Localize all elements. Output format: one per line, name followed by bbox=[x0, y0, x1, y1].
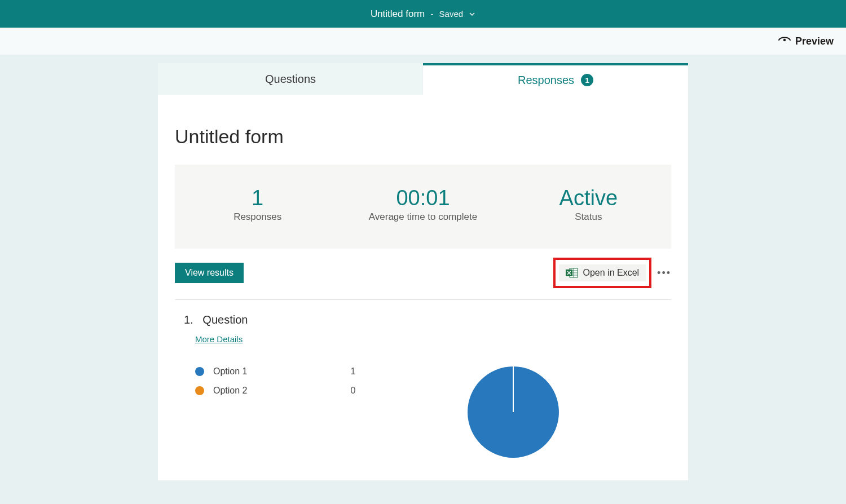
stat-responses: 1 Responses bbox=[175, 186, 340, 223]
form-name[interactable]: Untitled form bbox=[371, 8, 425, 20]
view-results-button[interactable]: View results bbox=[175, 263, 244, 283]
eye-icon bbox=[778, 36, 791, 47]
stat-label: Average time to complete bbox=[340, 211, 505, 223]
stat-status: Active Status bbox=[506, 186, 671, 223]
stat-label: Status bbox=[506, 211, 671, 223]
pie-chart-wrap bbox=[364, 366, 662, 458]
open-excel-label: Open in Excel bbox=[583, 268, 639, 278]
stat-value: 00:01 bbox=[340, 186, 505, 210]
stat-time: 00:01 Average time to complete bbox=[340, 186, 505, 223]
content: Questions Responses 1 Untitled form 1 Re… bbox=[0, 55, 846, 480]
legend-swatch bbox=[195, 367, 204, 376]
preview-button[interactable]: Preview bbox=[778, 36, 834, 47]
tab-label: Questions bbox=[265, 73, 316, 86]
pie-chart bbox=[468, 366, 559, 458]
legend-count: 0 bbox=[342, 386, 364, 396]
question-body: Option 1 1 Option 2 0 bbox=[184, 366, 662, 458]
legend-item: Option 1 1 bbox=[195, 366, 364, 377]
tabs: Questions Responses 1 bbox=[158, 63, 688, 95]
legend-item: Option 2 0 bbox=[195, 386, 364, 396]
open-in-excel-button[interactable]: Open in Excel bbox=[559, 264, 646, 281]
stat-value: Active bbox=[506, 186, 671, 210]
responses-count-badge: 1 bbox=[581, 74, 593, 86]
chart-legend: Option 1 1 Option 2 0 bbox=[184, 366, 364, 458]
question-title: 1. Question bbox=[184, 313, 662, 326]
page-title: Untitled form bbox=[158, 95, 688, 165]
legend-label: Option 1 bbox=[213, 366, 342, 377]
stat-value: 1 bbox=[175, 186, 340, 210]
legend-label: Option 2 bbox=[213, 386, 342, 396]
question-number: 1. bbox=[184, 313, 193, 326]
chevron-down-icon[interactable] bbox=[469, 9, 475, 19]
actions-row: View results O bbox=[175, 258, 671, 300]
legend-swatch bbox=[195, 386, 204, 395]
svg-point-0 bbox=[783, 38, 786, 41]
stat-label: Responses bbox=[175, 211, 340, 223]
form-card: Questions Responses 1 Untitled form 1 Re… bbox=[158, 63, 688, 480]
question-text: Question bbox=[202, 313, 248, 326]
more-details-link[interactable]: More Details bbox=[195, 334, 243, 344]
save-status[interactable]: Saved bbox=[439, 9, 464, 19]
pie-tick bbox=[513, 366, 514, 412]
legend-count: 1 bbox=[342, 366, 364, 377]
toolbar: Preview bbox=[0, 28, 846, 55]
question-block: 1. Question More Details Option 1 1 Opti… bbox=[158, 300, 688, 480]
stats-panel: 1 Responses 00:01 Average time to comple… bbox=[175, 165, 671, 249]
app-header: Untitled form - Saved bbox=[0, 0, 846, 28]
tab-responses[interactable]: Responses 1 bbox=[423, 63, 688, 95]
separator: - bbox=[430, 9, 433, 19]
more-options-icon[interactable]: ••• bbox=[657, 267, 671, 279]
open-in-excel-highlight: Open in Excel bbox=[553, 258, 651, 288]
tab-label: Responses bbox=[518, 74, 574, 87]
preview-label: Preview bbox=[795, 36, 834, 47]
tab-questions[interactable]: Questions bbox=[158, 63, 423, 95]
excel-icon bbox=[566, 268, 578, 278]
